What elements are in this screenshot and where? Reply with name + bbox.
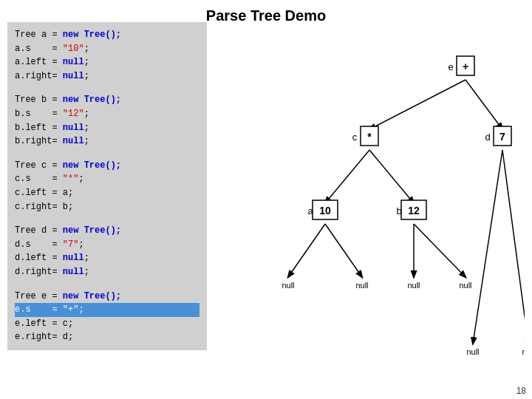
code-block-block-a: Tree a = new Tree();a.s = "10";a.left = … — [15, 28, 200, 83]
tree-node-null1: null — [282, 281, 294, 290]
code-line-block-d-1: d.s = "7"; — [15, 238, 200, 252]
tree-node-d: d7 — [485, 126, 511, 146]
tree-node-null6: null — [522, 347, 525, 356]
node-null-null5: null — [466, 347, 479, 356]
edge-e-d — [466, 80, 502, 129]
edge-b-null4 — [414, 224, 466, 277]
code-line-block-c-2: c.left = a; — [15, 186, 200, 200]
code-line-block-a-2: a.left = null; — [15, 55, 200, 69]
page-title: Parse Tree Demo — [0, 0, 532, 24]
edge-d-null5 — [473, 150, 502, 344]
edge-d-null6 — [502, 150, 525, 344]
code-block-block-e: Tree e = new Tree();e.s = "+";e.left = c… — [15, 290, 200, 344]
code-line-block-d-3: d.right= null; — [15, 265, 200, 279]
node-null-null6: null — [522, 347, 525, 356]
node-null-null1: null — [282, 281, 294, 290]
tree-node-null4: null — [459, 281, 471, 290]
node-value-c: * — [367, 131, 372, 143]
code-line-block-e-2: e.left = c; — [15, 317, 200, 331]
tree-node-e: e+ — [448, 56, 474, 75]
page-number: 18 — [516, 386, 526, 396]
edge-e-c — [369, 80, 466, 129]
tree-node-a: a10 — [307, 200, 338, 219]
tree-node-c: c* — [352, 126, 378, 146]
node-value-e: + — [463, 61, 468, 72]
edge-c-a — [325, 150, 369, 203]
code-line-block-b-2: b.left = null; — [15, 121, 200, 135]
tree-node-null5: null — [466, 347, 479, 356]
node-value-d: 7 — [499, 131, 505, 143]
code-panel: Tree a = new Tree();a.s = "10";a.left = … — [7, 22, 207, 350]
code-line-block-e-3: e.right= d; — [15, 330, 200, 344]
code-line-block-e-1: e.s = "+"; — [15, 303, 200, 317]
edge-c-b — [369, 150, 414, 203]
tree-node-null3: null — [407, 281, 420, 290]
code-line-block-c-0: Tree c = new Tree(); — [15, 159, 200, 173]
code-line-block-b-0: Tree b = new Tree(); — [15, 93, 200, 107]
edge-a-null1 — [288, 224, 325, 277]
code-block-block-b: Tree b = new Tree();b.s = "12";b.left = … — [15, 93, 200, 148]
code-line-block-a-1: a.s = "10"; — [15, 42, 200, 56]
code-line-block-e-0: Tree e = new Tree(); — [15, 290, 200, 304]
code-line-block-d-2: d.left = null; — [15, 251, 200, 265]
code-line-block-d-0: Tree d = new Tree(); — [15, 224, 200, 238]
code-line-block-a-3: a.right= null; — [15, 69, 200, 83]
code-line-block-b-1: b.s = "12"; — [15, 107, 200, 121]
code-line-block-b-3: b.right= null; — [15, 134, 200, 149]
node-null-null3: null — [407, 281, 420, 290]
tree-node-b: b12 — [396, 200, 426, 219]
tree-node-null2: null — [355, 281, 368, 290]
code-line-block-c-3: c.right= b; — [15, 200, 200, 214]
edge-a-null2 — [325, 224, 362, 277]
node-label-d: d — [485, 132, 490, 143]
node-label-c: c — [352, 132, 358, 143]
node-null-null2: null — [355, 281, 368, 290]
node-value-a: 10 — [319, 205, 331, 216]
code-line-block-a-0: Tree a = new Tree(); — [15, 28, 200, 42]
code-line-block-c-1: c.s = "*"; — [15, 172, 200, 186]
tree-panel: e+c*d7a10b12nullnullnullnullnullnull — [214, 22, 525, 384]
tree-diagram: e+c*d7a10b12nullnullnullnullnullnull — [214, 22, 525, 384]
code-block-block-c: Tree c = new Tree();c.s = "*";c.left = a… — [15, 159, 200, 214]
code-block-block-d: Tree d = new Tree();d.s = "7";d.left = n… — [15, 224, 200, 279]
node-value-b: 12 — [408, 205, 420, 216]
node-null-null4: null — [459, 281, 471, 290]
node-label-e: e — [448, 61, 453, 72]
